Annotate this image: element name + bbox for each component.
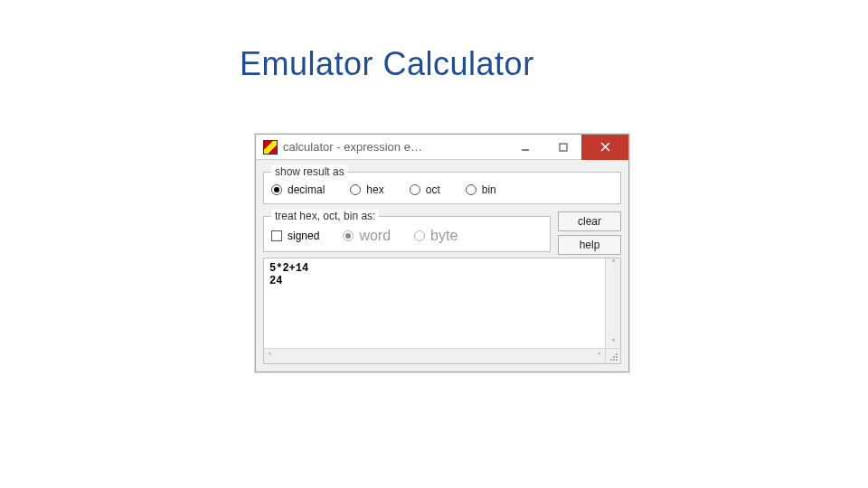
titlebar[interactable]: calculator - expression e… (256, 135, 628, 160)
minimize-button[interactable] (505, 135, 543, 160)
group-show-result-as-legend: show result as (271, 165, 348, 178)
group-treat-as-legend: treat hex, oct, bin as: (271, 210, 379, 222)
scroll-down-icon: ˅ (611, 338, 616, 348)
group-treat-as: treat hex, oct, bin as: signed word byte (263, 210, 551, 252)
radio-dot-icon (343, 230, 354, 241)
group-show-result-as: show result as decimal hex oct bin (263, 165, 621, 204)
radio-hex[interactable]: hex (350, 183, 383, 196)
scroll-up-icon: ˄ (611, 258, 616, 268)
scroll-right-icon: ˃ (597, 352, 601, 361)
radio-oct-label: oct (426, 183, 440, 196)
radio-dot-icon (410, 184, 420, 195)
radio-hex-label: hex (366, 183, 383, 196)
radio-word-label: word (359, 228, 391, 244)
radio-dot-icon (350, 184, 361, 195)
clear-button[interactable]: clear (558, 211, 621, 231)
resize-grip-icon (609, 352, 618, 361)
window-title: calculator - expression e… (283, 140, 422, 154)
horizontal-scrollbar[interactable]: ˂ ˃ (264, 348, 605, 363)
slide-title: Emulator Calculator (240, 45, 534, 83)
radio-byte[interactable]: byte (414, 228, 458, 244)
side-buttons: clear help (558, 210, 621, 255)
radio-bin[interactable]: bin (466, 183, 496, 196)
minimize-icon (521, 143, 530, 152)
svg-point-6 (616, 356, 618, 358)
app-icon (263, 140, 278, 155)
close-button[interactable] (581, 135, 628, 160)
radio-oct[interactable]: oct (410, 183, 440, 196)
radio-byte-label: byte (430, 228, 458, 244)
radio-dot-icon (466, 184, 476, 195)
radio-dot-icon (271, 184, 282, 195)
radio-decimal-label: decimal (288, 183, 325, 196)
svg-rect-1 (560, 144, 567, 151)
svg-point-4 (616, 353, 618, 355)
radio-decimal[interactable]: decimal (271, 183, 325, 196)
vertical-scrollbar[interactable]: ˄ ˅ (605, 258, 620, 348)
checkbox-signed-label: signed (288, 230, 319, 242)
calculator-window: calculator - expression e… show result a… (255, 134, 629, 372)
radio-bin-label: bin (482, 183, 496, 196)
radio-dot-icon (414, 230, 425, 241)
output-area: 5*2+14 24 ˄ ˅ ˂ ˃ (263, 258, 621, 364)
help-button[interactable]: help (558, 235, 621, 255)
radio-word[interactable]: word (343, 228, 391, 244)
window-body: show result as decimal hex oct bin (256, 160, 628, 371)
maximize-button[interactable] (543, 135, 581, 160)
resize-grip[interactable] (605, 348, 620, 363)
svg-point-5 (613, 356, 615, 358)
close-icon (600, 142, 610, 152)
svg-point-9 (616, 359, 618, 361)
maximize-icon (559, 143, 568, 152)
scroll-left-icon: ˂ (268, 352, 272, 361)
svg-point-7 (610, 359, 612, 361)
checkbox-signed[interactable]: signed (271, 230, 319, 242)
svg-point-8 (613, 359, 615, 361)
checkbox-box-icon (271, 230, 282, 241)
